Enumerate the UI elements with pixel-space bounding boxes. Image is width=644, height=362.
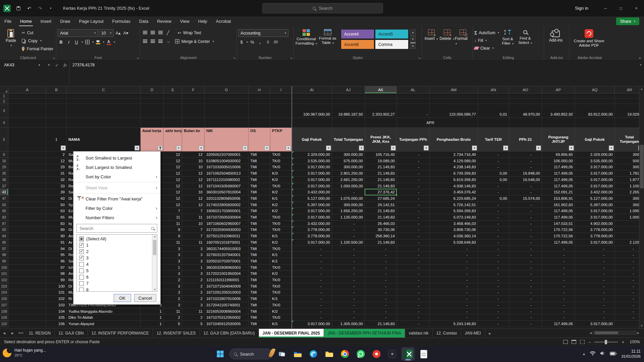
- cell-bulan-bekerja[interactable]: 3: [182, 252, 205, 258]
- formula-input[interactable]: 27376,4178: [72, 61, 95, 69]
- insert-function-icon[interactable]: fx: [64, 63, 67, 68]
- cell-AJ[interactable]: -: [332, 314, 365, 321]
- scroll-right-icon[interactable]: ▶: [637, 331, 639, 335]
- cell-bulan-bekerja[interactable]: 7: [182, 227, 205, 233]
- header-cell-no[interactable]: 1▾: [46, 128, 67, 152]
- cell-no[interactable]: 29: [46, 164, 67, 170]
- grid-cell[interactable]: [542, 94, 575, 99]
- cell-ptkp[interactable]: TK/0: [270, 283, 292, 289]
- cell-style-accent4[interactable]: Accent4: [341, 29, 374, 39]
- cell-AN[interactable]: -: [478, 227, 509, 233]
- cell-AM[interactable]: 5.726.142,51: [430, 202, 478, 208]
- cell-os[interactable]: TMI: [249, 158, 270, 164]
- cell-AI[interactable]: 3.432.000,00: [292, 189, 332, 195]
- formula-bar-collapse-icon[interactable]: ▴: [640, 63, 641, 66]
- cell-nik[interactable]: 3172021001950004: [205, 270, 249, 277]
- cell-no[interactable]: 103: [46, 302, 67, 308]
- cell-AK[interactable]: 27.376,42: [365, 189, 397, 195]
- grow-font-icon[interactable]: A▴: [115, 29, 121, 37]
- row-header-6[interactable]: 6: [0, 152, 8, 158]
- filter-value-4[interactable]: 4: [78, 261, 151, 267]
- cell-AQ[interactable]: -: [575, 296, 615, 302]
- format-as-table-button[interactable]: Format as Table ▾: [317, 27, 338, 55]
- cell-AI[interactable]: -: [292, 314, 332, 321]
- cell-nik[interactable]: 3603174405910003: [205, 246, 249, 252]
- share-button[interactable]: Share ▾: [616, 17, 639, 25]
- cell-AK[interactable]: 21.149,83: [365, 164, 397, 170]
- column-header-E[interactable]: E: [164, 86, 182, 94]
- grid-cell[interactable]: [182, 118, 205, 128]
- grid-cell[interactable]: [8, 94, 46, 99]
- cell-no[interactable]: 105: [46, 314, 67, 321]
- cell-ptkp[interactable]: TK/0: [270, 289, 292, 296]
- chrome-browser-icon[interactable]: [338, 347, 352, 361]
- grid-cell[interactable]: [8, 308, 46, 314]
- cell-AQ[interactable]: -: [575, 246, 615, 252]
- filter-menu-item-sort-by-color[interactable]: Sort by Color›: [73, 172, 160, 181]
- filter-list-scrollbar[interactable]: ▲ ▼: [152, 235, 157, 291]
- cell-bulan-bekerja[interactable]: 2: [182, 283, 205, 289]
- cell-AK[interactable]: -: [365, 258, 397, 264]
- align-center-icon[interactable]: [149, 38, 156, 45]
- percent-style-icon[interactable]: %: [249, 39, 256, 46]
- ribbon-tab-home[interactable]: Home: [16, 16, 36, 26]
- cell-AJ[interactable]: 2.801.250,00: [332, 170, 365, 177]
- cell-AN[interactable]: -: [478, 314, 509, 321]
- row-header-65[interactable]: 65: [0, 208, 8, 214]
- cell-akhir-kerja[interactable]: 3: [164, 246, 182, 252]
- filter-dropdown-button-I[interactable]: ▾: [286, 145, 291, 150]
- row-header-29[interactable]: 29: [0, 164, 8, 170]
- cell-AJ[interactable]: -: [332, 270, 365, 277]
- cell-AO[interactable]: 16.548,00: [509, 177, 542, 183]
- cell-AK[interactable]: -: [365, 308, 397, 314]
- cell-AJ[interactable]: 1.075.000,00: [332, 195, 365, 202]
- total-cell-AL[interactable]: -: [397, 104, 430, 118]
- cell-AQ[interactable]: 2.329.000,00: [575, 152, 615, 158]
- row-header-104[interactable]: 104: [0, 289, 8, 296]
- cell-AM[interactable]: 4.036.360,14: [430, 233, 478, 239]
- cell-AJ[interactable]: -: [332, 296, 365, 302]
- cell-AJ[interactable]: 1.100.500,00: [332, 239, 365, 246]
- header-cell-akhi-kerja[interactable]: akhi kerja▾: [164, 128, 182, 152]
- ribbon-tab-review[interactable]: Review: [153, 16, 176, 26]
- sheet-tab-12-insentif-performance[interactable]: 12. INSENTIF PERFORMANCE: [88, 329, 153, 338]
- checkbox-unchecked-icon[interactable]: [79, 288, 84, 292]
- styles-dialog-launcher-icon[interactable]: ↘: [418, 56, 421, 60]
- cell-ptkp[interactable]: K/1: [270, 252, 292, 258]
- column-header-G[interactable]: G: [205, 86, 249, 94]
- font-dialog-launcher-icon[interactable]: ↘: [136, 56, 139, 60]
- cell-AI[interactable]: 3.917.000,00: [292, 177, 332, 183]
- cell-nik[interactable]: 1671091205010003: [205, 289, 249, 296]
- cell-AP[interactable]: 117.499,05: [542, 208, 575, 214]
- cell-AJ[interactable]: 300.000,00: [332, 164, 365, 170]
- cell-os[interactable]: TMI: [249, 239, 270, 246]
- cell-os[interactable]: TMI: [249, 289, 270, 296]
- redo-icon[interactable]: ↷: [37, 5, 43, 11]
- cell-no[interactable]: 100: [46, 283, 67, 289]
- cell-AM[interactable]: 4.129.089,00: [430, 158, 478, 164]
- filter-applied-button-D[interactable]: [158, 145, 163, 150]
- cell-AM[interactable]: -: [430, 264, 478, 270]
- cell-AM[interactable]: -: [430, 283, 478, 289]
- grid-cell[interactable]: [270, 118, 292, 128]
- total-cell-AO[interactable]: 48.970,00: [509, 104, 542, 118]
- cell-AQ[interactable]: -: [575, 277, 615, 283]
- grid-cell[interactable]: [478, 118, 509, 128]
- cell-AM[interactable]: 3.808.730,06: [430, 227, 478, 233]
- checkbox-unchecked-icon[interactable]: [79, 268, 84, 273]
- cell-AL[interactable]: -: [397, 208, 430, 214]
- gallery-down-icon[interactable]: ▼: [410, 36, 416, 42]
- enter-entry-icon[interactable]: ✓: [55, 63, 58, 68]
- cell-ptkp[interactable]: TK/0: [270, 314, 292, 321]
- clipboard-dialog-launcher-icon[interactable]: ↘: [52, 56, 55, 60]
- cell-bulan-bekerja[interactable]: 7: [182, 233, 205, 239]
- cell-AJ[interactable]: 1.305.000,00: [332, 321, 365, 327]
- grid-cell[interactable]: [8, 239, 46, 246]
- cell-AP[interactable]: 153.806,91: [542, 195, 575, 202]
- conditional-formatting-button[interactable]: Conditional Formatting ▾: [295, 27, 317, 55]
- cell-os[interactable]: TMI: [249, 189, 270, 195]
- cell-akhir-kerja[interactable]: 2: [164, 296, 182, 302]
- header-cell-awal-kerja[interactable]: Awal kerja: [141, 128, 164, 152]
- row-header-94[interactable]: 94: [0, 233, 8, 239]
- cell-AQ[interactable]: -: [575, 289, 615, 296]
